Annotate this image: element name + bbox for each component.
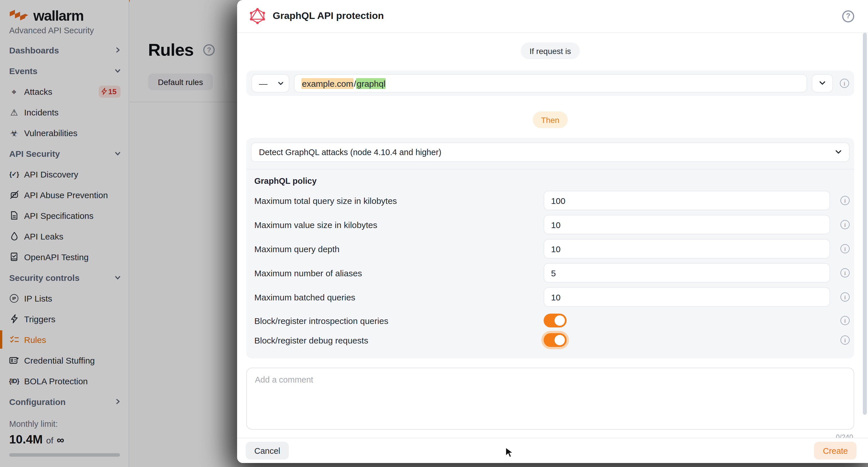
modal-scrollbar-thumb[interactable] (863, 33, 867, 415)
info-icon[interactable]: i (840, 196, 849, 205)
condition-expand-button[interactable] (812, 74, 833, 92)
uri-host-token: example.com (301, 78, 353, 89)
modal-footer: Cancel Create (237, 438, 868, 463)
policy-row-debug: Block/register debug requests i (251, 332, 849, 348)
value-size-input[interactable] (544, 215, 830, 234)
action-panel: Detect GraphQL attacks (node 4.10.4 and … (246, 138, 854, 358)
condition-uri-input[interactable]: example.com/graphql (294, 74, 807, 92)
chevron-down-icon (819, 81, 826, 86)
policy-row-total-query-size: Maximum total query size in kilobytes i (251, 191, 849, 210)
policy-row-value-size: Maximum value size in kilobytes i (251, 215, 849, 234)
info-icon[interactable]: i (840, 316, 849, 325)
info-icon[interactable]: i (840, 292, 849, 301)
debug-toggle[interactable] (544, 333, 567, 347)
batched-queries-input[interactable] (544, 287, 830, 307)
info-icon[interactable]: i (840, 79, 849, 88)
uri-path-token: graphql (356, 78, 386, 89)
policy-heading: GraphQL policy (254, 176, 849, 186)
query-depth-input[interactable] (544, 239, 830, 259)
create-button[interactable]: Create (814, 442, 857, 460)
policy-row-batched-queries: Maximum batched queries i (251, 287, 849, 307)
modal-help-icon[interactable]: ? (842, 10, 854, 22)
action-mode-select[interactable]: Detect GraphQL attacks (node 4.10.4 and … (251, 142, 849, 162)
modal-body: If request is — example.com/graphql i Th… (237, 33, 868, 440)
policy-row-aliases: Maximum number of aliases i (251, 263, 849, 283)
app-root: wallarm Advanced API Security Dashboards… (0, 0, 868, 467)
info-icon[interactable]: i (840, 244, 849, 253)
condition-operator-select[interactable]: — (251, 74, 289, 92)
info-icon[interactable]: i (840, 220, 849, 229)
comment-textarea[interactable] (246, 368, 854, 430)
panel-divider (246, 169, 854, 170)
policy-row-introspection: Block/register introspection queries i (251, 313, 849, 328)
info-icon[interactable]: i (840, 335, 849, 345)
graphql-rule-modal: GraphQL API protection ? If request is —… (237, 0, 868, 463)
chevron-down-icon (278, 81, 284, 85)
aliases-input[interactable] (544, 263, 830, 283)
modal-header: GraphQL API protection ? (237, 0, 868, 33)
chevron-down-icon (835, 150, 842, 154)
introspection-toggle[interactable] (544, 314, 567, 327)
info-icon[interactable]: i (840, 268, 849, 278)
modal-title: GraphQL API protection (273, 10, 384, 22)
graphql-logo-icon (250, 8, 265, 24)
policy-row-query-depth: Maximum query depth i (251, 239, 849, 259)
condition-row: — example.com/graphql i (246, 71, 854, 96)
total-query-size-input[interactable] (544, 191, 830, 210)
cancel-button[interactable]: Cancel (246, 442, 289, 460)
if-request-is-chip: If request is (521, 42, 580, 59)
then-chip: Then (532, 111, 568, 128)
